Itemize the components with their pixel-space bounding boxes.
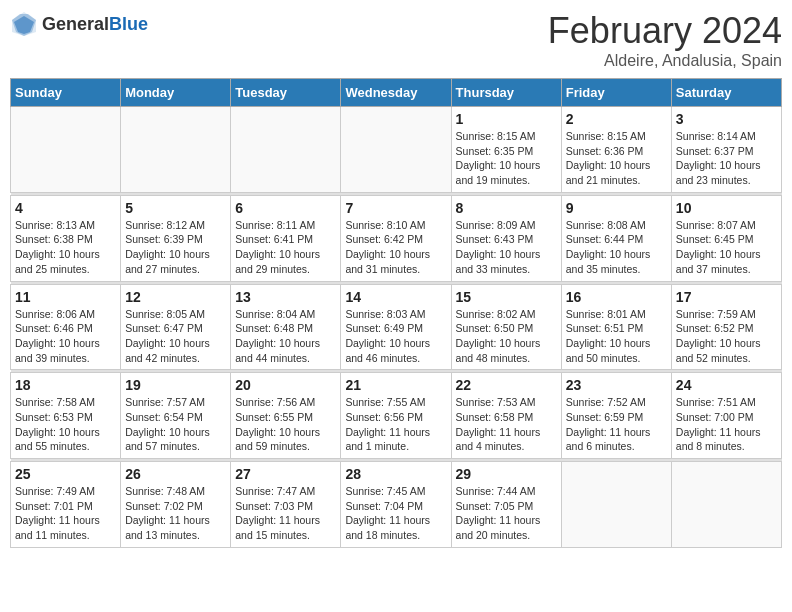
day-detail: Sunrise: 8:08 AM Sunset: 6:44 PM Dayligh… <box>566 218 667 277</box>
logo-icon <box>10 10 38 38</box>
calendar-body: 1Sunrise: 8:15 AM Sunset: 6:35 PM Daylig… <box>11 107 782 548</box>
calendar-cell: 3Sunrise: 8:14 AM Sunset: 6:37 PM Daylig… <box>671 107 781 193</box>
calendar-cell: 27Sunrise: 7:47 AM Sunset: 7:03 PM Dayli… <box>231 462 341 548</box>
calendar-week-row: 4Sunrise: 8:13 AM Sunset: 6:38 PM Daylig… <box>11 195 782 281</box>
calendar-cell: 13Sunrise: 8:04 AM Sunset: 6:48 PM Dayli… <box>231 284 341 370</box>
day-number: 26 <box>125 466 226 482</box>
calendar-cell: 22Sunrise: 7:53 AM Sunset: 6:58 PM Dayli… <box>451 373 561 459</box>
calendar-cell: 9Sunrise: 8:08 AM Sunset: 6:44 PM Daylig… <box>561 195 671 281</box>
calendar-cell: 15Sunrise: 8:02 AM Sunset: 6:50 PM Dayli… <box>451 284 561 370</box>
day-number: 3 <box>676 111 777 127</box>
calendar-cell <box>121 107 231 193</box>
day-detail: Sunrise: 8:15 AM Sunset: 6:36 PM Dayligh… <box>566 129 667 188</box>
day-detail: Sunrise: 8:11 AM Sunset: 6:41 PM Dayligh… <box>235 218 336 277</box>
day-number: 9 <box>566 200 667 216</box>
calendar-cell: 23Sunrise: 7:52 AM Sunset: 6:59 PM Dayli… <box>561 373 671 459</box>
day-detail: Sunrise: 8:04 AM Sunset: 6:48 PM Dayligh… <box>235 307 336 366</box>
day-number: 2 <box>566 111 667 127</box>
day-detail: Sunrise: 7:53 AM Sunset: 6:58 PM Dayligh… <box>456 395 557 454</box>
logo-general-text: General <box>42 14 109 35</box>
title-area: February 2024 Aldeire, Andalusia, Spain <box>548 10 782 70</box>
calendar-cell: 16Sunrise: 8:01 AM Sunset: 6:51 PM Dayli… <box>561 284 671 370</box>
calendar-cell: 19Sunrise: 7:57 AM Sunset: 6:54 PM Dayli… <box>121 373 231 459</box>
day-detail: Sunrise: 8:10 AM Sunset: 6:42 PM Dayligh… <box>345 218 446 277</box>
day-detail: Sunrise: 7:45 AM Sunset: 7:04 PM Dayligh… <box>345 484 446 543</box>
calendar-cell: 18Sunrise: 7:58 AM Sunset: 6:53 PM Dayli… <box>11 373 121 459</box>
calendar-cell: 25Sunrise: 7:49 AM Sunset: 7:01 PM Dayli… <box>11 462 121 548</box>
day-detail: Sunrise: 7:55 AM Sunset: 6:56 PM Dayligh… <box>345 395 446 454</box>
column-header-thursday: Thursday <box>451 79 561 107</box>
day-detail: Sunrise: 8:02 AM Sunset: 6:50 PM Dayligh… <box>456 307 557 366</box>
day-detail: Sunrise: 7:48 AM Sunset: 7:02 PM Dayligh… <box>125 484 226 543</box>
calendar-cell: 6Sunrise: 8:11 AM Sunset: 6:41 PM Daylig… <box>231 195 341 281</box>
calendar-cell: 1Sunrise: 8:15 AM Sunset: 6:35 PM Daylig… <box>451 107 561 193</box>
page-header: General Blue February 2024 Aldeire, Anda… <box>10 10 782 70</box>
day-number: 27 <box>235 466 336 482</box>
calendar-cell: 5Sunrise: 8:12 AM Sunset: 6:39 PM Daylig… <box>121 195 231 281</box>
day-number: 4 <box>15 200 116 216</box>
calendar-cell: 14Sunrise: 8:03 AM Sunset: 6:49 PM Dayli… <box>341 284 451 370</box>
day-detail: Sunrise: 8:14 AM Sunset: 6:37 PM Dayligh… <box>676 129 777 188</box>
day-detail: Sunrise: 8:13 AM Sunset: 6:38 PM Dayligh… <box>15 218 116 277</box>
calendar-cell <box>341 107 451 193</box>
calendar-cell <box>231 107 341 193</box>
calendar-cell <box>11 107 121 193</box>
calendar-week-row: 25Sunrise: 7:49 AM Sunset: 7:01 PM Dayli… <box>11 462 782 548</box>
day-detail: Sunrise: 7:47 AM Sunset: 7:03 PM Dayligh… <box>235 484 336 543</box>
calendar-cell: 17Sunrise: 7:59 AM Sunset: 6:52 PM Dayli… <box>671 284 781 370</box>
day-detail: Sunrise: 7:44 AM Sunset: 7:05 PM Dayligh… <box>456 484 557 543</box>
day-detail: Sunrise: 7:49 AM Sunset: 7:01 PM Dayligh… <box>15 484 116 543</box>
day-number: 22 <box>456 377 557 393</box>
day-number: 25 <box>15 466 116 482</box>
day-detail: Sunrise: 7:58 AM Sunset: 6:53 PM Dayligh… <box>15 395 116 454</box>
calendar-cell: 10Sunrise: 8:07 AM Sunset: 6:45 PM Dayli… <box>671 195 781 281</box>
day-number: 8 <box>456 200 557 216</box>
logo-blue-text: Blue <box>109 14 148 35</box>
day-number: 13 <box>235 289 336 305</box>
day-number: 7 <box>345 200 446 216</box>
calendar-cell: 28Sunrise: 7:45 AM Sunset: 7:04 PM Dayli… <box>341 462 451 548</box>
day-number: 21 <box>345 377 446 393</box>
day-detail: Sunrise: 8:09 AM Sunset: 6:43 PM Dayligh… <box>456 218 557 277</box>
day-number: 23 <box>566 377 667 393</box>
calendar-cell: 4Sunrise: 8:13 AM Sunset: 6:38 PM Daylig… <box>11 195 121 281</box>
day-number: 28 <box>345 466 446 482</box>
calendar-header-row: SundayMondayTuesdayWednesdayThursdayFrid… <box>11 79 782 107</box>
day-number: 20 <box>235 377 336 393</box>
month-title: February 2024 <box>548 10 782 52</box>
day-detail: Sunrise: 7:59 AM Sunset: 6:52 PM Dayligh… <box>676 307 777 366</box>
column-header-monday: Monday <box>121 79 231 107</box>
calendar-week-row: 11Sunrise: 8:06 AM Sunset: 6:46 PM Dayli… <box>11 284 782 370</box>
day-number: 15 <box>456 289 557 305</box>
day-number: 24 <box>676 377 777 393</box>
day-number: 14 <box>345 289 446 305</box>
day-detail: Sunrise: 7:51 AM Sunset: 7:00 PM Dayligh… <box>676 395 777 454</box>
day-number: 18 <box>15 377 116 393</box>
calendar-cell: 29Sunrise: 7:44 AM Sunset: 7:05 PM Dayli… <box>451 462 561 548</box>
calendar-cell: 20Sunrise: 7:56 AM Sunset: 6:55 PM Dayli… <box>231 373 341 459</box>
calendar-table: SundayMondayTuesdayWednesdayThursdayFrid… <box>10 78 782 548</box>
day-number: 6 <box>235 200 336 216</box>
location-title: Aldeire, Andalusia, Spain <box>548 52 782 70</box>
day-detail: Sunrise: 7:52 AM Sunset: 6:59 PM Dayligh… <box>566 395 667 454</box>
calendar-week-row: 18Sunrise: 7:58 AM Sunset: 6:53 PM Dayli… <box>11 373 782 459</box>
day-detail: Sunrise: 8:06 AM Sunset: 6:46 PM Dayligh… <box>15 307 116 366</box>
day-number: 12 <box>125 289 226 305</box>
column-header-tuesday: Tuesday <box>231 79 341 107</box>
day-number: 17 <box>676 289 777 305</box>
calendar-cell <box>561 462 671 548</box>
column-header-wednesday: Wednesday <box>341 79 451 107</box>
day-detail: Sunrise: 8:07 AM Sunset: 6:45 PM Dayligh… <box>676 218 777 277</box>
day-detail: Sunrise: 8:05 AM Sunset: 6:47 PM Dayligh… <box>125 307 226 366</box>
day-number: 16 <box>566 289 667 305</box>
day-number: 10 <box>676 200 777 216</box>
day-detail: Sunrise: 7:56 AM Sunset: 6:55 PM Dayligh… <box>235 395 336 454</box>
calendar-cell: 11Sunrise: 8:06 AM Sunset: 6:46 PM Dayli… <box>11 284 121 370</box>
calendar-cell <box>671 462 781 548</box>
calendar-cell: 7Sunrise: 8:10 AM Sunset: 6:42 PM Daylig… <box>341 195 451 281</box>
calendar-cell: 26Sunrise: 7:48 AM Sunset: 7:02 PM Dayli… <box>121 462 231 548</box>
calendar-cell: 24Sunrise: 7:51 AM Sunset: 7:00 PM Dayli… <box>671 373 781 459</box>
logo: General Blue <box>10 10 148 38</box>
day-number: 1 <box>456 111 557 127</box>
calendar-cell: 2Sunrise: 8:15 AM Sunset: 6:36 PM Daylig… <box>561 107 671 193</box>
